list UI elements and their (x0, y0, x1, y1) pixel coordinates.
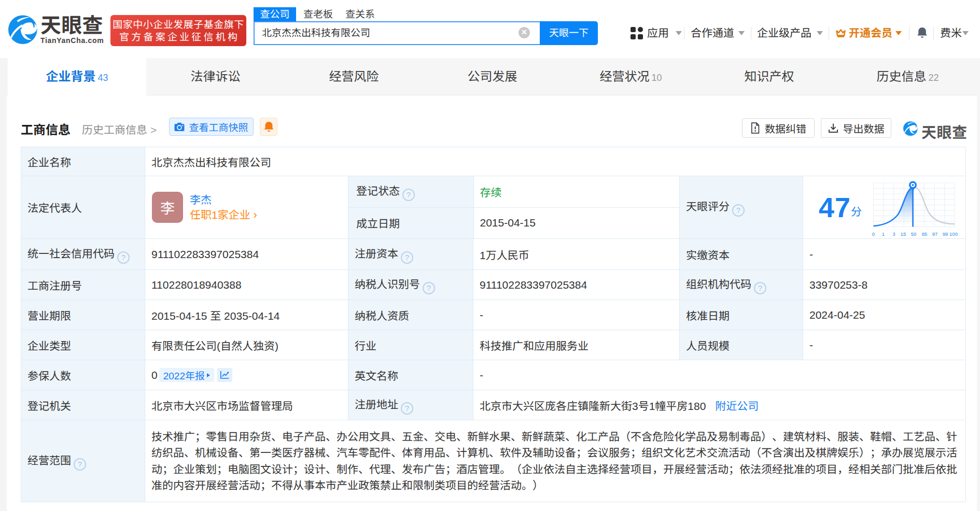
svg-text:1: 1 (882, 231, 885, 237)
svg-text:0: 0 (872, 231, 875, 237)
svg-text:50: 50 (911, 231, 917, 237)
svg-text:85: 85 (922, 231, 928, 237)
svg-text:15: 15 (901, 231, 906, 237)
svg-text:99: 99 (943, 231, 948, 237)
svg-text:97: 97 (932, 231, 938, 237)
svg-text:100: 100 (949, 231, 958, 237)
svg-text:3: 3 (892, 231, 895, 237)
